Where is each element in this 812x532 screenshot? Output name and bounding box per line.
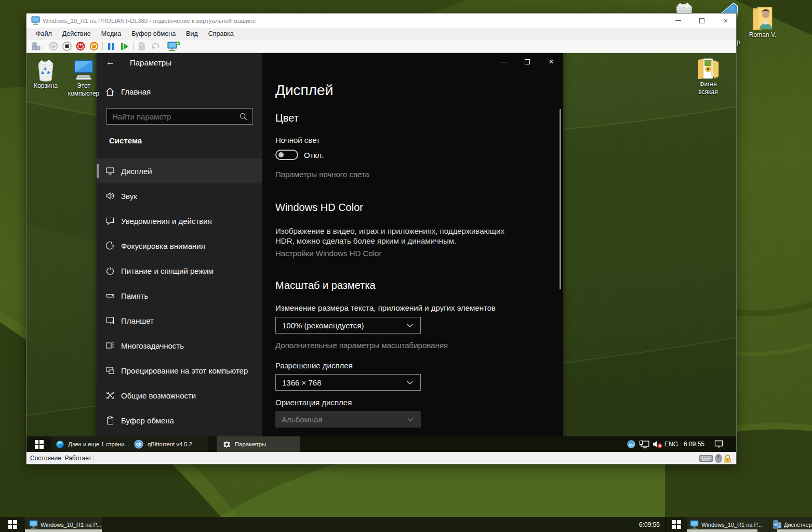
clipboard-icon — [106, 416, 114, 424]
multitasking-icon — [106, 341, 114, 350]
vm-task-settings[interactable]: Параметры — [217, 436, 300, 452]
resolution-label: Разрешение дисплея — [275, 361, 353, 370]
windows-logo-icon — [672, 520, 681, 529]
vm-screen: Корзина Этот компьютер — [26, 53, 736, 452]
vm-start-button[interactable] — [26, 436, 51, 452]
ctrl-alt-del-icon[interactable] — [30, 41, 43, 52]
vm-reset-icon[interactable] — [118, 41, 131, 52]
vm-revert-icon[interactable] — [149, 41, 162, 52]
menu-view[interactable]: Вид — [181, 28, 203, 40]
sidebar-item-home[interactable]: Главная — [97, 83, 262, 102]
tray-language[interactable]: ENG — [664, 441, 678, 448]
window-minimize-button[interactable] — [670, 14, 686, 28]
vm-task-edge[interactable]: Дзен и еще 1 страни... — [51, 436, 129, 452]
back-arrow-icon[interactable]: ← — [106, 57, 115, 68]
menu-clipboard[interactable]: Буфер обмена — [126, 28, 181, 40]
sidebar-item-shared[interactable]: Общие возможности — [97, 383, 262, 408]
settings-search-box[interactable] — [107, 108, 253, 125]
settings-maximize-button[interactable] — [515, 53, 539, 71]
night-light-toggle[interactable] — [275, 150, 298, 160]
host-start-button[interactable] — [0, 517, 25, 532]
enhanced-session-icon[interactable] — [166, 41, 181, 52]
settings-close-button[interactable]: × — [539, 53, 563, 71]
window-close-button[interactable]: × — [717, 14, 734, 28]
host2-task-vmconnect[interactable]: Windows_10_R1 на P... — [687, 517, 769, 532]
menu-file[interactable]: Файл — [31, 28, 57, 40]
sidebar-item-tablet[interactable]: Планшет — [97, 308, 262, 333]
vmconnect-titlebar[interactable]: Windows_10_R1 на PROLIANT-DL380 - подклю… — [26, 14, 736, 28]
tray-qbittorrent-icon[interactable]: qb — [627, 440, 635, 448]
shared-experiences-icon — [106, 391, 114, 400]
sidebar-item-multitasking[interactable]: Многозадачность — [97, 333, 262, 358]
resolution-dropdown[interactable]: 1366 × 768 — [275, 374, 421, 391]
hdr-section-header: Windows HD Color — [275, 202, 363, 214]
host-romanv-folder-icon[interactable]: Roman V. — [748, 5, 777, 42]
vmconnect-toolbar — [26, 40, 736, 53]
scale-dropdown[interactable]: 100% (рекомендуется) — [275, 317, 421, 334]
hdr-settings-link[interactable]: Настройки Windows HD Color — [275, 249, 381, 258]
sidebar-item-storage[interactable]: Память — [97, 283, 262, 308]
host-clock[interactable]: 6:09:55 — [639, 521, 660, 528]
vm-folder-icon[interactable]: Фигня всякая — [689, 56, 727, 102]
settings-minimize-button[interactable] — [491, 53, 515, 71]
vm-save-icon[interactable] — [87, 41, 101, 52]
sidebar-item-label: Уведомления и действия — [121, 217, 212, 225]
menu-help[interactable]: Справка — [203, 28, 239, 40]
vm-thispc-label: Этот компьютер — [64, 82, 103, 98]
vm-checkpoint-icon[interactable] — [135, 41, 149, 52]
svg-text:qb: qb — [629, 442, 634, 447]
vm-recyclebin-icon[interactable]: Корзина — [26, 58, 65, 100]
host-romanv-label: Roman V. — [748, 31, 777, 39]
svg-text:qb: qb — [136, 442, 141, 447]
page-title: Дисплей — [275, 82, 333, 99]
sidebar-item-clipboard[interactable]: Буфер обмена — [97, 408, 262, 433]
action-center-icon[interactable] — [714, 440, 723, 448]
sound-icon — [106, 192, 114, 200]
home-icon — [105, 87, 114, 96]
sidebar-item-label: Проецирование на этот компьютер — [121, 366, 248, 375]
search-icon[interactable] — [239, 113, 247, 121]
desktop-icon-label-line: компьютер — [64, 90, 103, 98]
search-input[interactable] — [112, 109, 232, 124]
sidebar-item-label: Память — [121, 291, 148, 300]
sidebar-item-sound[interactable]: Звук — [97, 183, 262, 208]
night-light-label: Ночной свет — [275, 136, 320, 144]
window-maximize-button[interactable] — [694, 14, 710, 28]
vm-task-qbittorrent[interactable]: qb qBittorrent v4.5.2 — [129, 436, 208, 452]
settings-content: × Дисплей Цвет Ночной свет Откл. Парамет… — [262, 53, 563, 436]
vm-pause-icon[interactable] — [104, 41, 118, 52]
menu-action[interactable]: Действие — [57, 28, 96, 40]
sidebar-item-focus[interactable]: Фокусировка внимания — [97, 233, 262, 258]
active-task-indicator — [687, 529, 757, 532]
taskbar-item-label: Дзен и еще 1 страни... — [68, 441, 129, 447]
sidebar-item-power[interactable]: Питание и спящий режим — [97, 258, 262, 283]
host-taskbar: Windows_10_R1 на P... 6:09:55 Windows_10… — [0, 517, 812, 532]
hdr-description: Изображение в видео, играх и приложениях… — [275, 226, 510, 246]
orientation-dropdown: Альбомная — [275, 411, 421, 428]
settings-sidebar: ← Параметры Главная Система — [97, 53, 262, 436]
host2-task-hyperv-manager[interactable]: Диспетчер — [770, 517, 812, 532]
vm-shutdown-icon[interactable] — [74, 41, 87, 52]
sidebar-item-display[interactable]: Дисплей — [97, 158, 262, 183]
vm-thispc-icon[interactable]: Этот компьютер — [64, 58, 103, 105]
sidebar-item-projecting[interactable]: Проецирование на этот компьютер — [97, 358, 262, 383]
active-task-indicator — [25, 529, 102, 532]
taskbar-item-label: Windows_10_R1 на P... — [41, 522, 101, 528]
night-light-settings-link[interactable]: Параметры ночного света — [275, 170, 369, 179]
tray-volume-muted-icon[interactable] — [653, 440, 663, 448]
vm-turnoff-icon[interactable] — [60, 41, 74, 52]
settings-scrollbar[interactable] — [560, 109, 561, 289]
sidebar-item-notifications[interactable]: Уведомления и действия — [97, 208, 262, 233]
advanced-scaling-link[interactable]: Дополнительные параметры масштабирования — [275, 341, 448, 350]
desktop-icon-label-line: всякая — [689, 88, 727, 96]
status-divider — [93, 454, 94, 462]
scale-section-header: Масштаб и разметка — [275, 280, 376, 291]
vm-folder-label: Фигня всякая — [689, 81, 727, 96]
menu-media[interactable]: Медиа — [96, 28, 126, 40]
windows-logo-icon — [8, 520, 17, 529]
tray-clock[interactable]: 6:09:55 — [684, 441, 704, 448]
host-task-vmconnect[interactable]: Windows_10_R1 на P... — [25, 517, 102, 532]
tray-network-icon[interactable] — [640, 441, 649, 448]
host-start-button-2[interactable] — [666, 517, 687, 532]
vm-start-icon[interactable] — [47, 41, 60, 52]
